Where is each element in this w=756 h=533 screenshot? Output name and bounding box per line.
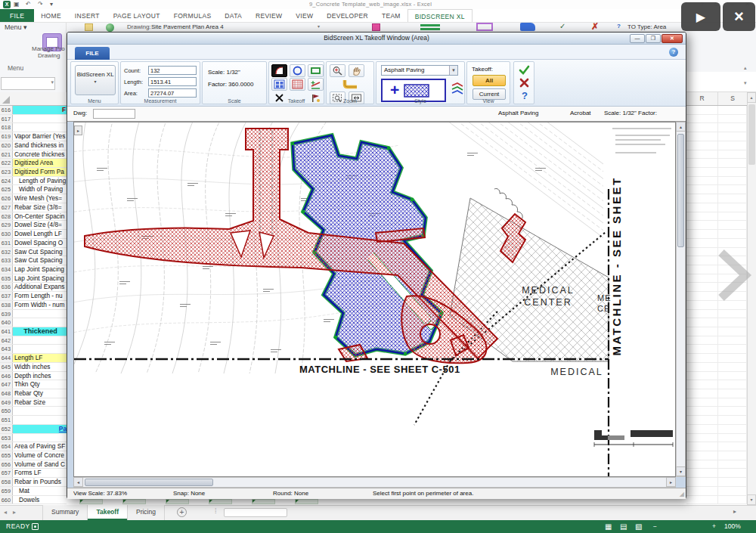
dialog-title-bar[interactable]: BidScreen XL Takeoff Window (Area) — ❒ ✕ — [67, 33, 686, 45]
tab-page-layout[interactable]: PAGE LAYOUT — [107, 9, 167, 22]
scrollbar-thumb[interactable] — [677, 134, 684, 247]
drawing-combo[interactable]: Site Pavement Plan Area 4 — [151, 23, 224, 30]
add-sheet-button[interactable]: + — [177, 507, 187, 517]
grid-row[interactable] — [686, 487, 747, 496]
table-row[interactable]: 638Form Width - num — [0, 301, 67, 310]
zoom-level[interactable]: 100% — [724, 520, 741, 533]
grid-row[interactable] — [686, 389, 747, 398]
macro-record-icon[interactable] — [32, 523, 39, 530]
table-row[interactable]: 630Dowel Length LF — [0, 230, 67, 239]
table-row[interactable]: 658Rebar in Pounds — [0, 478, 67, 487]
page-layout-view-icon[interactable]: ▤ — [620, 520, 627, 533]
grid-row[interactable] — [686, 318, 747, 327]
table-row[interactable]: 653 — [0, 434, 67, 443]
table-row[interactable]: 660Dowels — [0, 496, 67, 505]
zoom-in-tool-icon[interactable] — [330, 64, 345, 77]
table-row[interactable]: 629Dowel Size (4/8= — [0, 221, 67, 230]
grid-row[interactable] — [686, 159, 747, 168]
ok-check-icon[interactable] — [516, 64, 532, 76]
takeoff-rectangle-icon[interactable] — [308, 64, 324, 77]
area-field[interactable] — [148, 88, 197, 98]
grid-row[interactable] — [686, 221, 747, 230]
table-row[interactable]: 620Sand thickness in — [0, 141, 67, 150]
pan-hand-icon[interactable] — [349, 64, 364, 77]
table-row[interactable]: 622Digitized Area — [0, 159, 67, 168]
table-row[interactable]: 656Volume of Sand C — [0, 460, 67, 469]
grid-row[interactable] — [686, 416, 747, 425]
grid-row[interactable] — [686, 168, 747, 177]
undo-icon[interactable]: ↶ — [26, 0, 31, 8]
table-row[interactable]: 623Digitized Form Pa — [0, 168, 67, 177]
table-row[interactable]: 648Rebar Qty — [0, 389, 67, 398]
table-row[interactable]: 626Wire Mesh (Yes= — [0, 194, 67, 203]
layers-icon[interactable] — [420, 24, 440, 30]
grid-row[interactable] — [686, 327, 747, 336]
grid-row[interactable] — [686, 372, 747, 381]
cancel-x-icon[interactable] — [516, 76, 532, 89]
grid-row[interactable] — [686, 150, 747, 160]
table-row[interactable]: 640 — [0, 318, 67, 327]
takeoff-hatch-icon[interactable] — [290, 78, 305, 91]
area-shape-icon[interactable] — [520, 23, 535, 31]
redo-icon[interactable]: ↷ — [38, 0, 43, 8]
scrollbar-thumb[interactable] — [748, 104, 755, 165]
drawing-canvas[interactable]: ▸ — [73, 122, 676, 477]
tab-splitter[interactable]: ⁞ — [215, 507, 217, 515]
scroll-right-icon[interactable]: ▸ — [733, 508, 736, 515]
expand-formula-bar-icon[interactable]: ▾ — [744, 80, 747, 86]
scroll-down-icon[interactable]: ▾ — [676, 466, 686, 476]
style-lines-icon[interactable] — [449, 82, 465, 95]
table-row[interactable]: 645Width inches — [0, 363, 67, 372]
help-question-icon[interactable]: ? — [516, 89, 532, 102]
table-row[interactable]: 635Lap Joint Spacing — [0, 274, 67, 284]
zoom-in-icon[interactable]: + — [712, 520, 716, 533]
table-row[interactable]: 637Form Length - nu — [0, 292, 67, 301]
scroll-right-icon[interactable]: ▸ — [666, 477, 676, 487]
folder-icon[interactable] — [85, 23, 93, 31]
table-row[interactable]: 647Thkn Qty — [0, 380, 67, 389]
grid-row[interactable] — [686, 478, 747, 487]
table-row[interactable]: 650 — [0, 407, 67, 416]
table-row[interactable]: 654Area of Paving SF — [0, 442, 67, 451]
grid-row[interactable] — [686, 123, 747, 132]
tab-view[interactable]: VIEW — [289, 9, 320, 22]
table-row[interactable]: 625Width of Paving — [0, 185, 67, 194]
scroll-down-icon[interactable]: ▾ — [747, 494, 756, 505]
scroll-up-icon[interactable]: ▴ — [747, 92, 756, 103]
polyline-icon[interactable] — [476, 23, 493, 31]
grid-row[interactable] — [686, 115, 747, 124]
table-row[interactable]: 636Additional Expans — [0, 283, 67, 292]
tab-insert[interactable]: INSERT — [68, 9, 107, 22]
dialog-file-tab[interactable]: FILE — [75, 47, 110, 60]
table-row[interactable]: 657Forms LF — [0, 469, 67, 478]
takeoff-add-subtract-icon[interactable] — [308, 78, 324, 91]
table-row[interactable]: 634Lap Joint Spacing — [0, 265, 67, 274]
table-row[interactable]: 619Vapor Barrier (Yes — [0, 132, 67, 141]
grid-row[interactable] — [686, 363, 747, 372]
count-field[interactable] — [148, 66, 197, 75]
grid-row[interactable] — [686, 185, 747, 194]
table-row[interactable]: 617 — [0, 115, 67, 124]
table-row[interactable]: 632Saw Cut Spacing — [0, 248, 67, 257]
restore-button[interactable]: ❒ — [646, 34, 661, 43]
help-icon[interactable]: ? — [617, 23, 621, 29]
dialog-help-icon[interactable]: ? — [669, 48, 678, 57]
grid-row[interactable] — [686, 177, 747, 186]
table-row[interactable]: 642 — [0, 336, 67, 346]
tab-formulas[interactable]: FORMULAS — [167, 9, 218, 22]
canvas-vertical-scrollbar[interactable]: ▴ ▾ — [676, 122, 686, 477]
style-swatch-icon[interactable] — [372, 23, 380, 31]
grid-row[interactable] — [686, 212, 747, 222]
check-icon[interactable]: ✓ — [559, 22, 565, 30]
table-row[interactable]: 639 — [0, 310, 67, 319]
table-row[interactable]: 643 — [0, 345, 67, 354]
close-button[interactable]: ✕ — [662, 34, 683, 43]
table-row[interactable]: 628On-Center Spacin — [0, 212, 67, 222]
sheet-tab-takeoff[interactable]: Takeoff — [88, 505, 128, 520]
takeoff-area-icon[interactable] — [271, 64, 287, 77]
page-break-view-icon[interactable]: ▧ — [635, 520, 642, 533]
table-row[interactable]: 641Thickened — [0, 327, 67, 336]
tab-file[interactable]: FILE — [0, 9, 34, 22]
scroll-up-icon[interactable]: ▴ — [676, 122, 686, 132]
normal-view-icon[interactable]: ▦ — [605, 520, 612, 533]
